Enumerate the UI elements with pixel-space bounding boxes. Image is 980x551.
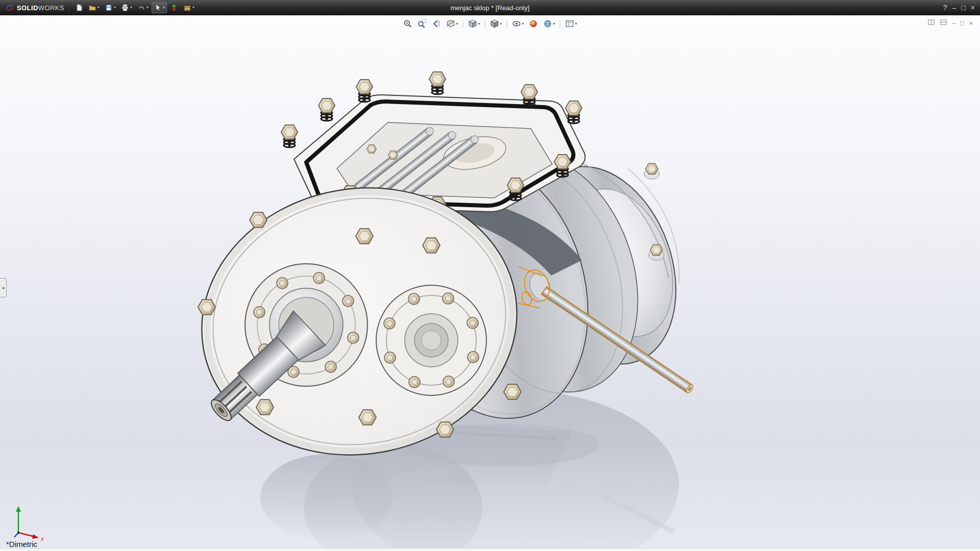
caret-down-icon: ▾ [97,6,100,10]
split-horizontal-icon [940,18,947,26]
cursor-icon [154,4,162,12]
x-axis-arrow [32,534,39,539]
status-indicator-button[interactable] [168,2,180,13]
caret-down-icon: ▾ [146,6,149,10]
document-window-controls: – □ × [927,18,973,28]
print-icon [121,4,129,12]
view-settings-icon [565,19,575,29]
toolbar-divider [462,20,463,28]
view-orientation-icon [468,19,477,29]
y-axis-arrow [16,506,21,512]
caret-down-icon: ▾ [553,22,555,26]
new-document-button[interactable] [73,2,85,13]
display-style-icon [489,19,499,29]
view-orientation-label: *Dimetric [6,540,37,548]
caret-down-icon: ▾ [500,22,502,26]
view-settings-button[interactable]: ▾ [564,17,579,30]
graphics-area[interactable]: ▾ ▾ ▾ ▾ ▾ [0,15,980,551]
scene-globe-icon [543,19,553,29]
app-logo: SOLIDWORKS [5,3,64,12]
status-strip [0,548,980,551]
caret-down-icon: ▾ [130,6,132,10]
eye-icon [512,19,522,29]
zoom-to-area-button[interactable] [415,17,428,30]
save-button[interactable]: ▾ [103,2,118,13]
caret-down-icon: ▾ [163,6,165,10]
new-document-icon [75,4,83,12]
toolbar-divider [484,20,485,28]
toolbox-icon [183,4,191,12]
apply-scene-button[interactable]: ▾ [542,17,557,30]
window-title: menjac sklop * [Read-only] [451,4,530,12]
ds-logo-icon [5,3,14,12]
coordinate-triad: x [10,503,50,543]
toolbar-divider [507,20,507,28]
edit-appearance-button[interactable] [527,17,540,30]
select-button[interactable]: ▾ [152,2,167,13]
titlebar: SOLIDWORKS ▾ ▾ ▾ ▾ [0,0,980,16]
tile-vertical-button[interactable] [927,18,935,28]
caret-down-icon: ▾ [114,6,116,10]
previous-view-icon [431,19,441,29]
input-flange[interactable] [376,285,486,395]
doc-restore-button[interactable]: □ [961,20,965,27]
zoom-to-fit-button[interactable] [401,17,414,30]
display-style-button[interactable]: ▾ [488,17,503,30]
undo-button[interactable]: ▾ [135,2,151,13]
zoom-fit-icon [403,19,412,29]
heads-up-toolbar: ▾ ▾ ▾ ▾ ▾ [401,17,578,30]
panel-collapse-tab[interactable]: ◂ [0,278,7,297]
titlebar-toolbar: ▾ ▾ ▾ ▾ ▾ ▾ [73,2,197,13]
undo-icon [137,4,145,12]
triad-x-label: x [40,536,44,542]
close-button[interactable]: × [971,4,975,12]
view-orientation-button[interactable]: ▾ [466,17,481,30]
minimize-button[interactable]: – [952,4,957,12]
caret-down-icon: ▾ [192,6,194,10]
help-button[interactable]: ? [943,4,947,12]
previous-view-button[interactable] [430,17,443,30]
options-button[interactable]: ▾ [181,2,197,13]
caret-down-icon: ▾ [478,22,480,26]
window-controls: ? – □ × [943,4,977,12]
hide-show-items-button[interactable]: ▾ [510,17,526,30]
caret-down-icon: ▾ [522,22,524,26]
solidworks-window: SOLIDWORKS ▾ ▾ ▾ ▾ [0,0,980,551]
status-indicator-icon [170,4,178,12]
maximize-button[interactable]: □ [961,4,965,12]
appearance-ball-icon [529,19,538,29]
open-document-button[interactable]: ▾ [86,2,102,13]
open-folder-icon [88,4,96,12]
print-button[interactable]: ▾ [119,2,134,13]
toolbar-divider [560,20,560,28]
split-vertical-icon [927,18,935,26]
save-icon [105,4,113,12]
brand-name: SOLIDWORKS [17,4,64,12]
doc-close-button[interactable]: × [969,20,973,27]
caret-down-icon: ▾ [575,22,577,26]
zoom-area-icon [417,19,427,29]
toolbar-divider [68,3,69,12]
3d-scene[interactable] [0,15,980,551]
section-view-button[interactable]: ▾ [444,17,459,30]
doc-minimize-button[interactable]: – [952,20,955,27]
tile-horizontal-button[interactable] [940,18,947,28]
caret-down-icon: ▾ [456,22,458,26]
section-view-icon [446,19,455,29]
